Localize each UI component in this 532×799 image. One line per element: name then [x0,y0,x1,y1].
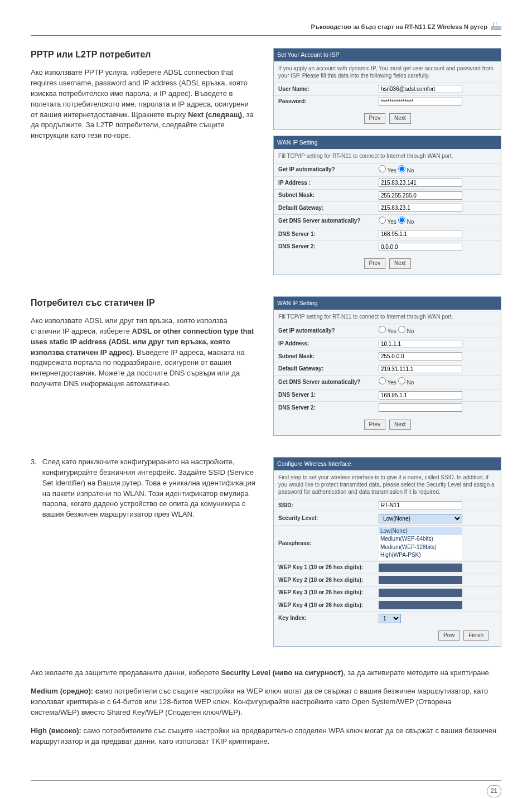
wifi-prev-button[interactable]: Prev [438,630,460,641]
page-number: 21 [487,785,501,797]
wifi-ssid-input[interactable] [379,501,462,509]
page-header: Ръководство за бърз старт на RT-N11 EZ W… [31,22,501,36]
wan2-getdns-no[interactable] [398,377,405,384]
wan1-getdns-label: Get DNS Server automatically? [278,217,379,225]
wan1-getip-yes[interactable] [379,165,386,172]
wan2-dns1-input[interactable] [379,391,462,399]
wan2-getip-label: Get IP automatically? [278,327,379,335]
wifi-w1-input[interactable] [379,564,462,572]
wan2-gw-label: Default Gateway: [278,365,379,373]
wifi-w4-input[interactable] [379,601,462,609]
wifi-sec-opt-med64[interactable]: Medium(WEP-64bits) [379,535,462,543]
wifi-ki-label: Key Index: [278,614,379,623]
wifi-w1-label: WEP Key 1 (10 or 26 hex digits): [278,564,379,572]
wifi-sec-select[interactable]: Low(None) [379,514,462,523]
wifi-sec-label: Security Level: [278,514,379,523]
wan1-getdns-yes[interactable] [379,216,386,224]
wifi-w2-label: WEP Key 2 (10 or 26 hex digits): [278,576,379,585]
wan1-next-button[interactable]: Next [389,258,411,269]
isp-pass-input[interactable] [379,98,462,106]
bottom-text: Ако желаете да защитите предаваните данн… [31,668,501,747]
wifi-pass-label: Passphrase: [278,540,379,548]
panel-wan1: WAN IP Setting Fill TCP/IP setting for R… [273,136,501,275]
page-footer: 21 [31,780,501,797]
wan2-gw-input[interactable] [379,365,462,373]
wan2-ip-label: IP Address: [278,340,379,348]
wan1-ip-label: IP Address : [278,179,379,187]
wan2-prev-button[interactable]: Prev [364,420,386,430]
wan1-title: WAN IP Setting [274,136,501,149]
section1-heading: PPTP или L2TP потребител [31,48,257,61]
wan1-gw-input[interactable] [379,204,462,212]
isp-prev-button[interactable]: Prev [364,113,386,124]
wan2-getdns-label: Get DNS Server automatically? [278,378,379,387]
wifi-w3-label: WEP Key 3 (10 or 26 hex digits): [278,589,379,597]
wifi-finish-button[interactable]: Finish [463,630,489,641]
section1-body: Ако използвате PPTP услуга, изберете ADS… [31,68,257,141]
wifi-sec-opt-low[interactable]: Low(None) [379,527,462,536]
wan1-dns2-input[interactable] [379,243,462,251]
wifi-w3-input[interactable] [379,589,462,597]
wan2-dns1-label: DNS Server 1: [278,391,379,399]
wifi-desc: First step to set your wireless interfac… [274,470,501,499]
wan2-dns2-input[interactable] [379,403,462,412]
section2-body: Ако използвате ADSL или друг тип връзка,… [31,316,257,389]
wan2-mask-label: Subnet Mask: [278,353,379,361]
wan1-getip-label: Get IP automatically? [278,166,379,174]
wan2-getdns-yes[interactable] [379,377,386,384]
wan1-prev-button[interactable]: Prev [364,258,386,269]
wifi-w4-label: WEP Key 4 (10 or 26 hex digits): [278,601,379,610]
wifi-ki-select[interactable]: 1 [379,614,401,623]
wan1-getdns-no[interactable] [398,216,405,224]
wifi-sec-options: Low(None) Medium(WEP-64bits) Medium(WEP-… [379,527,496,560]
wifi-ssid-label: SSID: [278,502,379,510]
section2-heading: Потребител със статичен IP [31,296,257,309]
step3-num: 3. [31,457,37,520]
header-title: Ръководство за бърз старт на RT-N11 EZ W… [311,23,487,30]
isp-user-input[interactable] [379,85,462,93]
wan2-dns2-label: DNS Server 2: [278,404,379,412]
isp-user-label: User Name: [278,85,379,94]
wan1-mask-label: Subnet Mask: [278,191,379,200]
panel-wifi: Configure Wireless Interface First step … [273,457,501,647]
wan1-ip-input[interactable] [379,179,462,187]
isp-next-button[interactable]: Next [389,113,411,124]
wifi-w2-input[interactable] [379,576,462,584]
wan2-desc: Fill TCP/IP setting for RT-N11 to connec… [274,310,501,324]
wan2-mask-input[interactable] [379,352,462,360]
wan1-dns1-label: DNS Server 1: [278,230,379,239]
wan2-title: WAN IP Setting [274,297,501,310]
panel-wan2: WAN IP Setting Fill TCP/IP setting for R… [273,296,501,436]
wan1-getip-no[interactable] [398,165,405,172]
panel-isp-title: Set Your Account to ISP [274,49,501,61]
wan1-mask-input[interactable] [379,191,462,200]
wan2-getip-yes[interactable] [379,326,386,333]
wifi-sec-opt-high[interactable]: High(WPA-PSK) [379,551,462,560]
wifi-sec-opt-med128[interactable]: Medium(WEP-128bits) [379,543,462,552]
wan2-ip-input[interactable] [379,340,462,348]
wifi-title: Configure Wireless Interface [274,458,501,470]
svg-rect-0 [491,27,501,30]
wan1-desc: Fill TCP/IP setting for RT-N11 to connec… [274,149,501,163]
isp-pass-label: Password: [278,98,379,106]
wan1-dns1-input[interactable] [379,230,462,238]
wan1-dns2-label: DNS Server 2: [278,243,379,251]
wan2-getip-no[interactable] [398,326,405,333]
wan1-gw-label: Default Gateway: [278,204,379,213]
wan2-next-button[interactable]: Next [389,420,411,430]
panel-isp: Set Your Account to ISP If you apply an … [273,48,501,130]
step3-item: 3. След като приключите конфигурирането … [31,457,257,520]
router-icon [491,22,501,33]
step3-text: След като приключите конфигурирането на … [42,457,257,520]
panel-isp-desc: If you apply an account with dynamic IP,… [274,61,501,83]
